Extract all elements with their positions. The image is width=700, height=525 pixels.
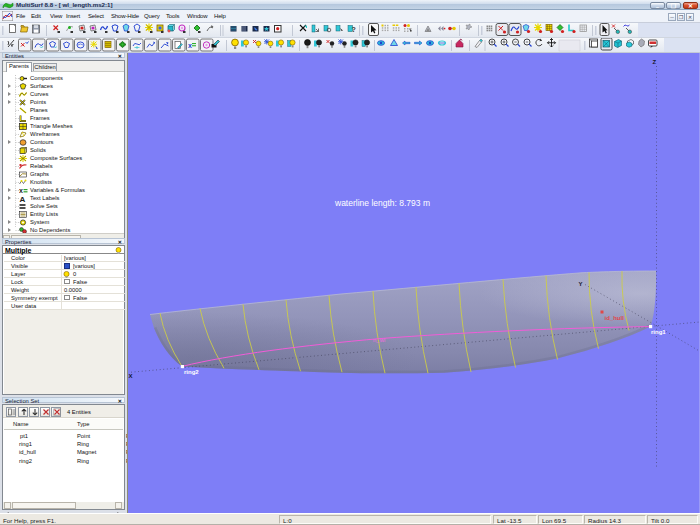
svg-text:X: X bbox=[129, 373, 133, 379]
svg-text:ring1: ring1 bbox=[651, 329, 666, 335]
svg-text:Z: Z bbox=[653, 59, 657, 65]
svg-text:waterline length: 8.793 m: waterline length: 8.793 m bbox=[334, 198, 430, 208]
svg-text:n_wl: n_wl bbox=[373, 337, 385, 343]
svg-text:id_hull: id_hull bbox=[605, 315, 625, 321]
svg-text:x: x bbox=[188, 42, 192, 49]
svg-text:ring2: ring2 bbox=[184, 369, 199, 375]
svg-text:x: x bbox=[19, 187, 23, 194]
svg-text:Y: Y bbox=[579, 281, 583, 287]
svg-text:?: ? bbox=[352, 26, 356, 33]
svg-text:A: A bbox=[20, 195, 26, 202]
